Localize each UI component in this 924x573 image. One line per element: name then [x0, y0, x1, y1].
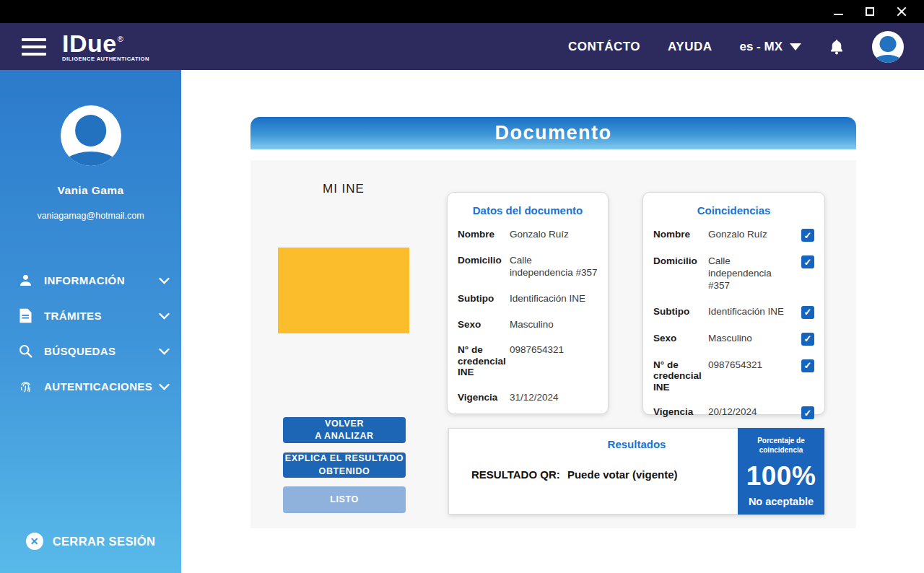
search-icon	[17, 344, 33, 359]
match-row: Nombre Gonzalo Ruíz	[653, 229, 814, 242]
match-checkbox[interactable]	[801, 359, 814, 372]
registered-mark: ®	[118, 35, 124, 43]
qr-result-value: Puede votar (vigente)	[567, 468, 678, 481]
percentage-label: Porcentaje de coincidencia	[757, 436, 805, 455]
bell-icon	[829, 38, 845, 56]
sidebar-nav: INFORMACIÓN TRÁMITES BÚSQUEDAS	[0, 263, 181, 404]
match-row: Domicilio Calle independencia #357	[653, 255, 814, 292]
sidebar-item-label: BÚSQUEDAS	[44, 345, 159, 357]
sidebar-item-label: INFORMACIÓN	[44, 274, 159, 286]
hamburger-menu-button[interactable]	[22, 38, 46, 56]
window-minimize-button[interactable]	[827, 2, 849, 21]
document-panel: MI INE Datos del documento Nombre Gonzal…	[250, 160, 856, 528]
avatar-head-shape	[880, 36, 897, 53]
sidebar-item-tramites[interactable]: TRÁMITES	[0, 298, 181, 333]
document-icon	[17, 308, 33, 324]
match-row: Vigencia 20/12/2024	[653, 406, 814, 419]
contact-link[interactable]: CONTÁCTO	[568, 40, 640, 54]
percentage-value: 100%	[746, 461, 816, 491]
match-percentage-block: Porcentaje de coincidencia 100% No acept…	[738, 428, 824, 515]
x-circle-icon: ✕	[26, 533, 43, 550]
acceptability-status: No aceptable	[749, 496, 814, 507]
match-checkbox[interactable]	[801, 255, 814, 268]
data-row: Nombre Gonzalo Ruíz	[458, 229, 598, 241]
main-content: Documento MI INE Datos del documento Nom…	[181, 70, 924, 573]
match-checkbox[interactable]	[801, 406, 814, 419]
match-checkbox[interactable]	[801, 229, 814, 242]
done-button[interactable]: LISTO	[283, 486, 406, 513]
document-image-placeholder	[278, 248, 409, 333]
help-link[interactable]: AYUDA	[668, 40, 712, 54]
logout-button[interactable]: ✕ CERRAR SESIÓN	[0, 533, 181, 550]
sidebar-item-label: AUTENTICACIONES	[44, 380, 152, 393]
data-row: Vigencia 31/12/2024	[458, 392, 598, 404]
profile-avatar	[61, 105, 121, 166]
reanalyze-button[interactable]: VOLVER A ANALIZAR	[283, 417, 406, 443]
profile-name: Vania Gama	[58, 184, 124, 197]
data-row: N° de credencial INE 0987654321	[458, 344, 598, 378]
window-titlebar	[0, 0, 924, 23]
close-icon	[897, 6, 907, 17]
maximize-icon	[866, 7, 874, 16]
sidebar-item-busquedas[interactable]: BÚSQUEDAS	[0, 333, 181, 369]
match-row: Sexo Masculino	[653, 333, 814, 346]
chevron-down-icon	[159, 348, 170, 355]
document-data-card: Datos del documento Nombre Gonzalo Ruíz …	[447, 192, 609, 414]
sidebar-item-informacion[interactable]: INFORMACIÓN	[0, 263, 181, 298]
profile-section: Vania Gama vaniagamag@hotmail.com	[0, 70, 181, 221]
language-selector[interactable]: es - MX	[739, 40, 801, 54]
sidebar-item-label: TRÁMITES	[44, 310, 159, 322]
person-icon	[17, 273, 33, 289]
language-value: es - MX	[739, 40, 783, 54]
data-row: Domicilio Calle independencia #357	[458, 255, 598, 279]
qr-result-label: RESULTADO QR:	[471, 468, 560, 481]
avatar-body-shape	[61, 152, 121, 166]
window-maximize-button[interactable]	[859, 2, 881, 21]
notifications-button[interactable]	[829, 38, 845, 56]
chevron-down-icon	[159, 312, 170, 320]
user-avatar[interactable]	[872, 31, 904, 63]
avatar-head-shape	[75, 115, 107, 146]
chevron-down-icon	[790, 43, 801, 51]
document-name-label: MI INE	[278, 182, 409, 196]
sidebar: Vania Gama vaniagamag@hotmail.com INFORM…	[0, 70, 181, 573]
explain-result-button[interactable]: EXPLICA EL RESULTADO OBTENIDO	[283, 452, 406, 478]
chevron-down-icon	[159, 383, 170, 390]
fingerprint-icon	[17, 379, 33, 395]
matches-card: Coincidencias Nombre Gonzalo Ruíz Domici…	[642, 192, 825, 415]
qr-result-line: RESULTADO QR: Puede votar (vigente)	[471, 468, 678, 481]
page-title: Documento	[495, 122, 612, 144]
results-panel: Resultados RESULTADO QR: Puede votar (vi…	[448, 428, 825, 515]
data-row: Subtipo Identificación INE	[458, 293, 598, 305]
chevron-down-icon	[159, 277, 170, 284]
logo-subtitle: DILIGENCE AUTHENTICATION	[62, 56, 149, 62]
window-close-button[interactable]	[891, 2, 912, 21]
profile-email: vaniagamag@hotmail.com	[37, 211, 144, 221]
match-row: Subtipo Identificación INE	[653, 306, 814, 319]
match-checkbox[interactable]	[801, 306, 814, 319]
app-logo: IDue® DILIGENCE AUTHENTICATION	[62, 31, 149, 62]
card-title: Datos del documento	[458, 204, 598, 216]
card-title: Coincidencias	[653, 204, 814, 216]
logo-title: IDue®	[62, 31, 149, 56]
avatar-body-shape	[872, 55, 904, 63]
sidebar-item-autenticaciones[interactable]: AUTENTICACIONES	[0, 369, 181, 404]
page-title-banner: Documento	[250, 117, 856, 149]
match-row: N° de credencial INE 0987654321	[653, 359, 814, 393]
match-checkbox[interactable]	[801, 333, 814, 346]
minimize-icon	[834, 14, 843, 15]
app-header: IDue® DILIGENCE AUTHENTICATION CONTÁCTO …	[0, 23, 924, 70]
logout-label: CERRAR SESIÓN	[53, 535, 156, 548]
data-row: Sexo Masculino	[458, 319, 598, 331]
